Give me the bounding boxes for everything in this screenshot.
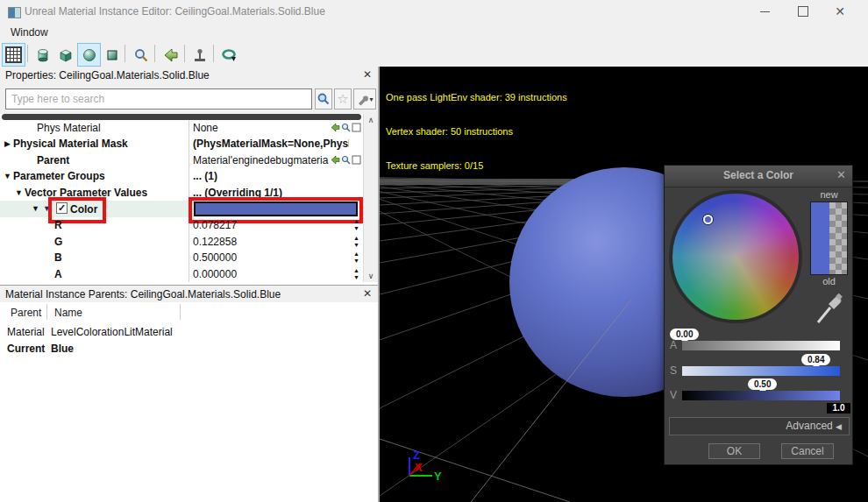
property-value[interactable]: None [193,122,349,134]
value-spinner[interactable]: ▲▼ [351,251,362,265]
parents-panel-header[interactable]: Material Instance Parents: CeilingGoal.M… [0,285,378,304]
dialog-title-bar[interactable]: Select a Color ✕ [665,166,852,187]
toolbar-separator [154,45,155,62]
expand-down-icon[interactable]: ▼ [32,204,39,213]
property-value[interactable]: 0.000000 [193,268,349,280]
use-selected-icon[interactable] [331,123,340,132]
toolbar-separator [184,45,185,62]
property-value[interactable]: Material'enginedebugmaterials.L [193,154,329,166]
use-selected-icon[interactable] [331,155,340,165]
cylinder-icon [35,47,51,63]
property-grid-scrollbar[interactable]: ∧ ∨ [363,114,378,282]
parent-cell[interactable]: Current [7,343,45,355]
cube-primitive-button[interactable] [53,43,77,67]
property-value[interactable]: 0.078217 [193,219,349,231]
property-row-b: B 0.500000 ▲▼ [0,250,363,265]
spin-up-icon[interactable]: ▲ [351,218,362,225]
name-cell[interactable]: Blue [51,343,74,355]
axis-indicator: Z X Y [409,449,442,483]
saturation-slider[interactable] [682,366,840,376]
ok-button[interactable]: OK [708,443,760,459]
property-value[interactable]: (PhysMaterialMask=None,PhysMat [193,138,349,150]
find-icon[interactable] [341,155,351,165]
spin-down-icon[interactable]: ▼ [351,274,362,281]
parent-cell[interactable]: Material [7,326,45,338]
clear-icon[interactable] [352,123,361,132]
use-selected-button[interactable] [159,43,182,67]
spin-up-icon[interactable]: ▲ [351,235,362,242]
value-spinner[interactable]: ▲▼ [351,235,362,249]
spin-down-icon[interactable]: ▼ [351,225,362,232]
alpha-slider[interactable] [682,341,840,350]
sphere-primitive-button[interactable] [77,43,101,67]
toolbar-separator [213,45,214,62]
column-divider[interactable] [180,304,181,320]
check-icon: ✓ [58,202,66,213]
row-actions [331,155,361,165]
joystick-button[interactable] [188,43,211,67]
color-wheel-marker[interactable] [703,215,713,224]
search-go-button[interactable] [315,88,332,110]
properties-panel-header[interactable]: Properties: CeilingGoal.Materials.Solid.… [0,67,378,85]
expand-down-icon[interactable]: ▼ [4,172,11,180]
close-button[interactable]: ✕ [822,0,857,23]
stat-line: Texture samplers: 0/15 [386,160,567,172]
value-slider-label: V [670,389,677,401]
find-icon[interactable] [341,123,351,132]
select-color-dialog: Select a Color ✕ new old 0.00 A 0.84 S 0… [664,165,853,465]
properties-panel-title: Properties: CeilingGoal.Materials.Solid.… [5,69,210,81]
new-old-swatch [810,202,848,275]
property-row-color: ▼ ▼ ✓ Color [0,201,363,217]
stat-line: Vertex shader: 50 instructions [386,126,567,138]
magnify-button[interactable] [129,43,153,67]
property-value[interactable]: 0.122858 [193,236,349,248]
scroll-up-icon[interactable]: ∧ [364,116,378,124]
green-left-arrow-icon [163,47,179,63]
wireframe-grid-button[interactable] [2,43,25,67]
dialog-close-icon[interactable]: ✕ [836,168,846,181]
maximize-button[interactable] [786,0,821,23]
column-divider[interactable] [46,304,47,320]
spin-down-icon[interactable]: ▼ [351,258,362,265]
spin-up-icon[interactable]: ▲ [351,251,362,258]
color-wheel[interactable] [669,190,802,323]
scroll-down-icon[interactable]: ∨ [364,272,378,280]
property-label: Parameter Groups [13,170,105,182]
value-slider[interactable] [682,391,840,400]
parents-close-icon[interactable]: ✕ [363,287,372,300]
property-row-r: R 0.078217 ▲▼ [0,217,363,233]
sphere-icon [82,47,97,63]
properties-close-icon[interactable]: ✕ [363,68,372,81]
rotate-mesh-button[interactable] [217,43,240,67]
favorites-button[interactable]: ☆ [334,88,352,110]
expand-right-icon[interactable]: ▶ [4,139,11,148]
column-header-parent[interactable]: Parent [11,307,41,319]
property-value[interactable]: 0.500000 [193,251,349,264]
name-cell[interactable]: LevelColorationLitMaterial [51,326,173,338]
minimize-button[interactable] [747,0,782,23]
advanced-arrow-icon: ◀ [836,422,842,431]
cancel-button[interactable]: Cancel [781,443,834,459]
clear-icon[interactable] [352,155,361,165]
title-bar[interactable]: Unreal Material Instance Editor: Ceiling… [0,0,868,23]
search-input[interactable] [5,88,312,110]
expand-down-icon[interactable]: ▼ [15,188,23,197]
color-swatch[interactable] [194,202,358,216]
spin-up-icon[interactable]: ▲ [351,267,362,274]
value-spinner[interactable]: ▲▼ [351,267,362,281]
advanced-button[interactable]: Advanced ◀ [669,417,850,435]
eyedropper-icon[interactable] [814,293,843,327]
value-spinner[interactable]: ▲▼ [351,218,362,232]
property-value[interactable]: ... (1) [193,170,349,182]
parents-panel-title: Material Instance Parents: CeilingGoal.M… [5,288,281,300]
search-options-button[interactable]: ▾ [353,88,376,110]
close-icon: ✕ [835,4,845,18]
spin-down-icon[interactable]: ▼ [351,242,362,249]
plane-primitive-button[interactable] [100,43,124,67]
property-label: Physical Material Mask [13,138,128,150]
column-header-name[interactable]: Name [54,307,82,319]
color-override-checkbox[interactable]: ✓ [56,202,68,214]
menu-window[interactable]: Window [7,25,52,39]
grid-header-bar[interactable] [2,114,361,120]
cylinder-primitive-button[interactable] [31,43,54,67]
